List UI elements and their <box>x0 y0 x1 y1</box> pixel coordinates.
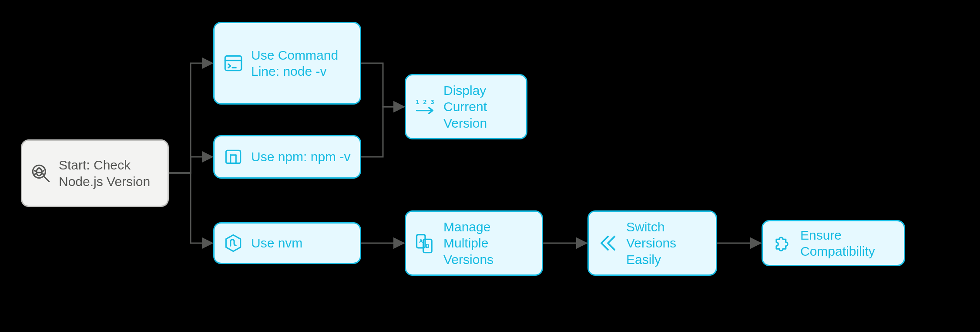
npm-icon <box>222 146 244 168</box>
svg-line-4 <box>42 170 44 171</box>
number-arrow-icon: 1 2 3 <box>414 95 436 118</box>
node-manage: A B Manage Multiple Versions <box>405 210 543 276</box>
node-display: 1 2 3 Display Current Version <box>405 74 527 139</box>
node-manage-label: Manage Multiple Versions <box>443 219 533 268</box>
edge-start-npm <box>169 157 212 173</box>
svg-line-3 <box>34 170 36 171</box>
svg-line-5 <box>34 173 36 174</box>
node-nvm: Use nvm <box>213 222 361 264</box>
terminal-icon <box>222 52 244 74</box>
devices-ab-icon: A B <box>414 232 436 254</box>
node-cmd: Use Command Line: node -v <box>213 22 361 105</box>
node-start: Start: Check Node.js Version <box>21 139 169 207</box>
node-cmd-label: Use Command Line: node -v <box>251 47 351 80</box>
node-display-label: Display Current Version <box>443 82 517 132</box>
svg-text:B: B <box>426 243 430 249</box>
node-switch: Switch Versions Easily <box>587 210 717 276</box>
node-npm-label: Use npm: npm -v <box>251 149 351 165</box>
edge-cmd-display <box>361 63 404 107</box>
edge-npm-display <box>361 107 404 157</box>
edge-start-nvm <box>169 173 212 243</box>
svg-text:A: A <box>419 238 423 244</box>
svg-rect-11 <box>226 150 240 163</box>
edge-start-cmd <box>169 63 212 173</box>
node-npm: Use npm: npm -v <box>213 135 361 179</box>
svg-marker-15 <box>226 235 240 251</box>
svg-line-1 <box>44 176 49 181</box>
double-chevron-left-icon <box>597 232 619 254</box>
node-nvm-label: Use nvm <box>251 235 351 251</box>
nodejs-icon <box>222 232 244 254</box>
puzzle-icon <box>771 232 793 254</box>
bug-magnify-icon <box>30 163 52 184</box>
svg-line-6 <box>42 173 44 174</box>
flowchart-canvas: Start: Check Node.js Version Use Command… <box>0 0 980 332</box>
node-start-label: Start: Check Node.js Version <box>59 157 159 190</box>
node-compat-label: Ensure Compatibility <box>800 227 895 260</box>
node-switch-label: Switch Versions Easily <box>626 219 707 268</box>
svg-text:1 2 3: 1 2 3 <box>416 98 434 105</box>
node-compat: Ensure Compatibility <box>762 220 905 266</box>
